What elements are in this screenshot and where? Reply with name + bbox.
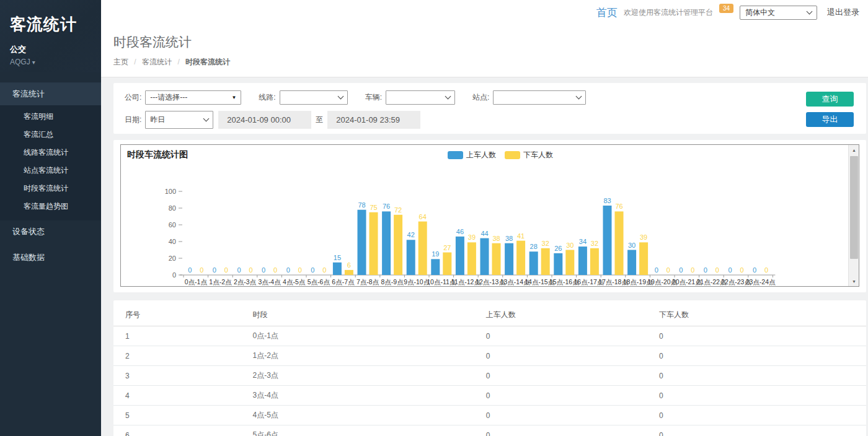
breadcrumb-home[interactable]: 主页 [113,58,128,66]
sidebar-item-客流量趋势图[interactable]: 客流量趋势图 [0,198,101,216]
main-area: 首页 欢迎使用客流统计管理平台 34 简体中文 退出登录 时段客流统计 主页 /… [101,0,868,436]
legend-label: 上车人数 [466,150,496,160]
svg-text:30: 30 [628,242,636,249]
chart-box: 时段车流统计图 上车人数下车人数 020406080100000点-1点001点… [120,144,859,287]
vehicle-label: 车辆: [365,92,382,103]
svg-text:1点-2点: 1点-2点 [209,278,232,286]
svg-text:40: 40 [169,238,176,245]
scroll-up-icon[interactable]: ▲ [849,145,859,155]
legend-item-下车人数[interactable]: 下车人数 [505,150,553,160]
table-cell: 4点-5点 [249,406,482,425]
station-label: 站点: [472,92,489,103]
sidebar-item-线路客流统计[interactable]: 线路客流统计 [0,144,101,162]
table-cell: 0点-1点 [249,326,482,346]
table-row: 10点-1点00 [113,326,866,346]
sidebar: 客流统计 公交 AQGJ▾ 客流统计客流明细客流汇总线路客流统计站点客流统计时段… [0,0,101,436]
chevron-down-icon [445,94,451,100]
breadcrumb-section[interactable]: 客流统计 [142,58,172,66]
caret-down-icon: ▾ [32,59,35,66]
sidebar-section-基础数据[interactable]: 基础数据 [0,246,101,269]
svg-text:0: 0 [224,266,228,274]
station-select[interactable] [493,90,586,105]
svg-text:0: 0 [200,266,203,274]
svg-text:2点-3点: 2点-3点 [234,278,257,286]
sidebar-item-站点客流统计[interactable]: 站点客流统计 [0,162,101,180]
chevron-down-icon [203,116,210,122]
svg-text:83: 83 [603,197,611,204]
logout-link[interactable]: 退出登录 [827,7,859,18]
table-row: 65点-6点00 [113,425,866,436]
date-to-input[interactable]: 2024-01-09 23:59 [327,111,420,129]
page-title: 时段客流统计 [113,33,868,51]
svg-text:72: 72 [394,206,402,214]
notification-badge[interactable]: 34 [719,4,733,13]
table-row: 54点-5点00 [113,406,866,425]
language-value: 简体中文 [745,7,775,18]
table-body: 10点-1点0021点-2点0032点-3点0043点-4点0054点-5点00… [113,326,866,436]
home-link[interactable]: 首页 [596,6,618,20]
date-preset-value: 昨日 [150,115,165,125]
date-from-input[interactable]: 2024-01-09 00:00 [218,111,311,129]
table-panel: 序号时段上车人数下车人数 10点-1点0021点-2点0032点-3点0043点… [113,300,866,436]
sidebar-section-设备状态[interactable]: 设备状态 [0,220,101,243]
table-cell: 3点-4点 [249,386,482,406]
date-label: 日期: [125,115,141,125]
sidebar-item-客流明细[interactable]: 客流明细 [0,108,101,126]
column-header-时段: 时段 [249,304,482,326]
org-code-dropdown[interactable]: AQGJ▾ [10,58,91,66]
table-cell: 5点-6点 [249,425,482,436]
bar-chart: 020406080100000点-1点001点-2点002点-3点003点-4点… [121,161,849,287]
breadcrumb-separator: / [134,58,136,66]
breadcrumb-separator: / [177,58,179,66]
table-cell: 0 [655,386,866,406]
sidebar-item-客流汇总[interactable]: 客流汇总 [0,126,101,144]
svg-text:0: 0 [740,266,743,274]
table-cell: 1 [113,326,249,346]
svg-text:8点-9点: 8点-9点 [381,278,404,286]
svg-text:39: 39 [640,233,647,241]
date-preset-select[interactable]: 昨日 [145,111,213,129]
svg-text:0: 0 [764,266,768,274]
export-button[interactable]: 导出 [806,112,854,127]
column-header-下车人数: 下车人数 [655,304,866,326]
svg-text:30: 30 [566,242,574,249]
chart-vertical-scrollbar[interactable]: ▲ ▼ [848,145,859,286]
svg-text:0: 0 [311,266,314,274]
table-header-row: 序号时段上车人数下车人数 [113,304,866,326]
stats-table: 序号时段上车人数下车人数 10点-1点0021点-2点0032点-3点0043点… [113,304,866,436]
svg-text:32: 32 [591,240,598,247]
svg-text:0: 0 [691,266,694,274]
svg-text:23点-24点: 23点-24点 [746,278,776,286]
svg-text:38: 38 [505,235,513,242]
table-cell: 0 [482,425,655,436]
svg-text:0: 0 [249,266,252,274]
svg-text:80: 80 [169,204,176,212]
svg-text:0: 0 [273,266,277,274]
svg-text:44: 44 [480,230,488,237]
vehicle-select[interactable] [386,90,455,105]
svg-text:34: 34 [579,238,587,245]
sidebar-submenu: 客流明细客流汇总线路客流统计站点客流统计时段客流统计客流量趋势图 [0,105,101,220]
svg-text:0: 0 [286,266,290,274]
svg-text:15: 15 [334,254,341,261]
sidebar-item-时段客流统计[interactable]: 时段客流统计 [0,180,101,198]
table-row: 21点-2点00 [113,346,866,366]
table-cell: 0 [482,326,655,346]
svg-text:6点-7点: 6点-7点 [332,278,355,286]
scroll-down-icon[interactable]: ▼ [849,276,859,286]
chevron-down-icon [576,94,582,100]
company-select[interactable]: ---请选择--- ▼ [145,90,241,105]
chart-panel: 时段车流统计图 上车人数下车人数 020406080100000点-1点001点… [113,140,866,292]
svg-text:27: 27 [443,244,451,251]
svg-text:75: 75 [370,204,377,211]
language-select[interactable]: 简体中文 [740,6,817,20]
table-cell: 6 [113,425,249,436]
line-select[interactable] [280,90,348,105]
sidebar-section-客流统计[interactable]: 客流统计 [0,82,101,105]
breadcrumb: 主页 / 客流统计 / 时段客流统计 [113,57,868,68]
chevron-down-icon [337,94,343,100]
scrollbar-thumb[interactable] [850,156,858,259]
query-button[interactable]: 查询 [806,92,854,107]
legend-item-上车人数[interactable]: 上车人数 [448,150,496,160]
table-cell: 0 [655,346,866,366]
